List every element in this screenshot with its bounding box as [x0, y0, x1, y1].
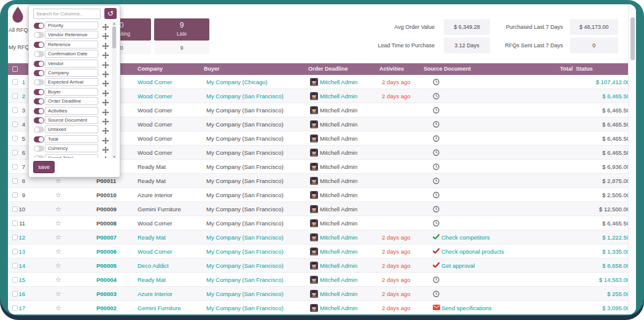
column-header-status[interactable]: Status	[576, 63, 593, 75]
reset-columns-button[interactable]: ↺	[104, 8, 117, 19]
star-icon[interactable]: ☆	[54, 216, 63, 230]
column-label-box[interactable]: Expected Arrival	[45, 78, 98, 86]
column-toggle[interactable]	[34, 108, 44, 114]
vendor-cell[interactable]: Ready Mat	[138, 273, 166, 287]
column-label-box[interactable]: Activities	[45, 107, 98, 115]
rfq-reference[interactable]: P00010	[96, 188, 117, 202]
company-cell[interactable]: My Company (San Francisco)	[206, 131, 284, 146]
vendor-cell[interactable]: Azure Interior	[138, 188, 173, 202]
company-cell[interactable]: My Company (Chicago)	[206, 75, 268, 89]
buyer-cell[interactable]: Mitchell Admin	[320, 273, 357, 287]
buyer-cell[interactable]: Mitchell Admin	[320, 103, 357, 117]
column-toggle[interactable]	[34, 79, 44, 85]
buyer-cell[interactable]: Mitchell Admin	[320, 301, 357, 314]
sidebar-item-all-rfqs[interactable]: All RFQs	[9, 27, 31, 33]
column-label-box[interactable]: Priority	[45, 21, 98, 29]
table-row[interactable]: 10☆P00009Gemini FurnitureMy Company (San…	[8, 202, 628, 216]
column-toggle[interactable]	[34, 136, 44, 142]
buyer-cell[interactable]: Mitchell Admin	[320, 216, 357, 230]
table-row[interactable]: 14☆P00005Deco AddictMy Company (San Fran…	[8, 259, 628, 273]
drag-handle-icon[interactable]	[102, 22, 109, 29]
buyer-cell[interactable]: Mitchell Admin	[320, 117, 357, 131]
column-label-box[interactable]: Grand Total	[45, 154, 98, 158]
rfq-reference[interactable]: P00004	[96, 273, 117, 287]
drag-handle-icon[interactable]	[102, 60, 109, 68]
panel-scrollbar-thumb[interactable]	[112, 26, 116, 49]
vendor-cell[interactable]: Wood Corner	[138, 117, 172, 131]
buyer-cell[interactable]: Mitchell Admin	[320, 89, 357, 103]
column-toggle[interactable]	[34, 51, 44, 57]
column-label-box[interactable]: Company	[45, 69, 98, 77]
vendor-cell[interactable]: Ready Mat	[138, 174, 166, 188]
buyer-cell[interactable]: Mitchell Admin	[320, 75, 357, 89]
column-toggle[interactable]	[34, 117, 44, 123]
company-cell[interactable]: My Company (San Francisco)	[206, 244, 284, 259]
clock-icon[interactable]	[433, 121, 440, 129]
rfq-reference[interactable]: P00002	[96, 301, 117, 314]
clock-icon[interactable]	[433, 163, 440, 171]
column-label-box[interactable]: Vendor	[45, 60, 98, 68]
clock-icon[interactable]	[433, 206, 440, 214]
check-red-icon[interactable]	[433, 248, 440, 255]
rfq-reference[interactable]: P00008	[96, 216, 117, 230]
drag-handle-icon[interactable]	[102, 117, 109, 124]
buyer-cell[interactable]: Mitchell Admin	[320, 188, 357, 202]
column-label-box[interactable]: Total	[45, 135, 98, 143]
column-toggle[interactable]	[34, 23, 44, 29]
column-header-total[interactable]: Total	[536, 63, 573, 75]
company-cell[interactable]: My Company (San Francisco)	[206, 259, 284, 273]
vendor-cell[interactable]: Wood Corner	[138, 131, 172, 146]
drag-handle-icon[interactable]	[102, 69, 109, 77]
vendor-cell[interactable]: Ready Mat	[138, 230, 166, 244]
star-icon[interactable]: ☆	[54, 273, 63, 287]
table-row[interactable]: 15☆P00004Ready MatMy Company (San Franci…	[8, 273, 628, 287]
column-label-box[interactable]: Order Deadline	[45, 97, 98, 105]
column-label-box[interactable]: Untaxed	[45, 125, 98, 133]
clock-icon[interactable]	[433, 149, 440, 157]
column-header-activities[interactable]: Activities	[379, 63, 404, 75]
column-label-box[interactable]: Buyer	[45, 88, 98, 96]
vertical-scrollbar[interactable]	[628, 4, 636, 314]
column-header-company[interactable]: Company	[138, 63, 163, 75]
vendor-cell[interactable]: Azure Interior	[138, 287, 173, 301]
drag-handle-icon[interactable]	[102, 107, 109, 115]
vendor-cell[interactable]: Gemini Furniture	[138, 202, 181, 216]
drag-handle-icon[interactable]	[102, 88, 109, 96]
clock-icon[interactable]	[433, 220, 440, 228]
activity-text[interactable]: Check optional products	[441, 244, 504, 259]
company-cell[interactable]: My Company (San Francisco)	[206, 89, 284, 103]
activity-text[interactable]: Get approval	[441, 259, 475, 273]
column-header-buyer[interactable]: Buyer	[204, 63, 220, 75]
vendor-cell[interactable]: Wood Corner	[138, 216, 172, 230]
column-toggle[interactable]	[34, 98, 44, 104]
drag-handle-icon[interactable]	[102, 41, 109, 49]
buyer-cell[interactable]: Mitchell Admin	[320, 160, 357, 174]
column-label-box[interactable]: Source Document	[45, 116, 98, 124]
company-cell[interactable]: My Company (San Francisco)	[206, 230, 284, 244]
scroll-down-icon[interactable]: ▼	[112, 155, 117, 159]
company-cell[interactable]: My Company (San Francisco)	[206, 146, 284, 160]
envelope-icon[interactable]	[433, 305, 440, 311]
company-cell[interactable]: My Company (San Francisco)	[206, 301, 284, 314]
table-row[interactable]: 13☆P00006Wood CornerMy Company (San Fran…	[8, 244, 628, 259]
panel-scrollbar[interactable]: ▲ ▼	[112, 21, 117, 159]
clock-icon[interactable]	[433, 178, 440, 185]
buyer-cell[interactable]: Mitchell Admin	[320, 174, 357, 188]
clock-icon[interactable]	[433, 192, 440, 200]
activity-text[interactable]: Send specifications	[441, 301, 492, 314]
company-cell[interactable]: My Company (San Francisco)	[206, 160, 284, 174]
vendor-cell[interactable]: Wood Corner	[138, 244, 172, 259]
column-toggle[interactable]	[34, 146, 44, 152]
vendor-cell[interactable]: Wood Corner	[138, 103, 172, 117]
clock-icon[interactable]	[433, 276, 440, 284]
company-cell[interactable]: My Company (San Francisco)	[206, 174, 284, 188]
company-cell[interactable]: My Company (San Francisco)	[206, 117, 284, 131]
company-cell[interactable]: My Company (San Francisco)	[206, 216, 284, 230]
company-cell[interactable]: My Company (San Francisco)	[206, 103, 284, 117]
clock-icon[interactable]	[433, 93, 440, 101]
star-icon[interactable]: ☆	[54, 202, 63, 216]
column-toggle[interactable]	[34, 155, 44, 158]
column-toggle[interactable]	[34, 89, 44, 95]
star-icon[interactable]: ☆	[54, 230, 63, 244]
vendor-cell[interactable]: Wood Corner	[138, 146, 172, 160]
